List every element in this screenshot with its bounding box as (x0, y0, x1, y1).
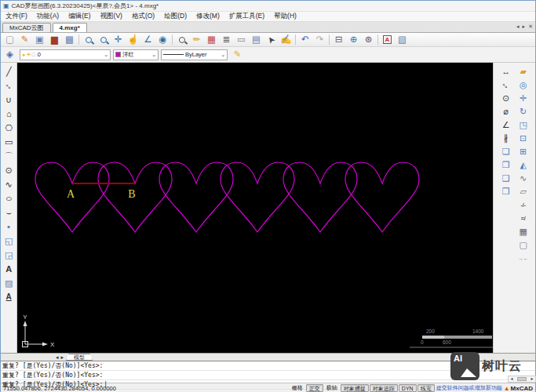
zoom-extents-icon[interactable]: ✛ (111, 34, 126, 46)
block-manager-icon[interactable]: ▭ (234, 34, 249, 46)
arc-icon[interactable]: ⌒ (2, 149, 16, 163)
text-style-icon[interactable]: ≣ (219, 34, 234, 46)
toggle-对象追踪[interactable]: 对象追踪 (370, 384, 398, 392)
image-export-icon[interactable]: ▧ (395, 34, 410, 46)
menu-item-0[interactable]: 文件(F) (1, 12, 32, 21)
cad-drawing[interactable]: ABYX20014000600 (17, 63, 493, 353)
zoom-dynamic-icon[interactable]: ∠ (140, 34, 155, 46)
menu-item-1[interactable]: 功能(A) (32, 12, 64, 21)
dim-diameter-icon[interactable]: ⌀ (498, 105, 514, 118)
quick-draw-icon[interactable]: ✎ (17, 34, 32, 46)
offset-icon[interactable]: ⊡ (516, 132, 531, 145)
menu-item-8[interactable]: 帮助(H) (269, 12, 301, 21)
menu-item-7[interactable]: 扩展工具(E) (224, 12, 269, 21)
arc-chord-icon[interactable]: ⌣ (2, 205, 16, 220)
dim-edit-icon[interactable]: ∦ (498, 132, 514, 145)
layout-scroll-left-icon[interactable]: ◂ (56, 354, 59, 361)
color-combo[interactable]: 洋红 ⌄ (113, 49, 159, 60)
scroll-right-icon[interactable]: ▸ (529, 376, 535, 382)
fillet-icon[interactable]: ∿ (516, 172, 531, 185)
layout-scroll-right-icon[interactable]: ▸ (61, 354, 64, 361)
dim-linear-icon[interactable]: ↔ (498, 65, 514, 78)
trim-icon[interactable]: -/- (516, 198, 531, 212)
toggle-DYN[interactable]: DYN (399, 384, 417, 392)
select-icon[interactable]: ➤ (264, 34, 279, 46)
array-icon[interactable]: ⊞ (516, 145, 531, 158)
menu-item-5[interactable]: 绘图(D) (159, 12, 191, 21)
toggle-线宽[interactable]: 线宽 (417, 384, 435, 392)
move-icon[interactable]: ✛ (516, 92, 531, 105)
undo-icon[interactable]: ↶ (297, 34, 312, 46)
erase-icon[interactable]: ▰ (516, 65, 531, 78)
draworder-icon[interactable]: ✎ (230, 49, 245, 61)
toggle-正交[interactable]: 正交 (306, 384, 323, 392)
copy-block-icon[interactable]: ❏ (498, 145, 514, 158)
pan-icon[interactable]: ☝ (126, 34, 140, 46)
zoom-in-icon[interactable] (81, 34, 96, 46)
find-icon[interactable] (174, 34, 189, 46)
attr-text-icon[interactable]: A (2, 290, 16, 304)
break-icon[interactable]: =/ (516, 212, 531, 225)
construction-line-icon[interactable]: ↔ (2, 78, 16, 93)
drawing-canvas[interactable]: ABYX20014000600 (17, 63, 493, 353)
pdf-export-icon[interactable]: A (380, 34, 395, 46)
spline-icon[interactable]: ∿ (2, 177, 16, 191)
new-file-icon[interactable]: ▢ (2, 34, 17, 46)
palette-icon[interactable]: ▦ (204, 34, 219, 46)
ellipse-icon[interactable]: ○ (2, 191, 16, 205)
chevron-down-icon[interactable]: ⌄ (221, 52, 225, 58)
linetype-combo[interactable]: ByLayer ⌄ (161, 49, 228, 60)
polygon2-icon[interactable]: ⎔ (2, 121, 16, 135)
circle-icon[interactable]: ⊙ (2, 163, 16, 177)
publish-web-icon[interactable]: ⊕ (346, 34, 361, 46)
zoom-window-icon[interactable] (96, 34, 111, 46)
scale-icon[interactable]: ◳ (516, 118, 531, 132)
properties-icon[interactable]: ▤ (249, 34, 264, 46)
polygon-icon[interactable]: ⌂ (2, 107, 16, 121)
revcloud-icon[interactable]: ▢ (516, 238, 531, 252)
chevron-down-icon[interactable]: ⌄ (151, 52, 156, 58)
create-block-icon[interactable]: ◲ (2, 248, 16, 262)
save-as-icon[interactable]: ▩ (62, 34, 77, 46)
text-icon[interactable]: A (2, 262, 16, 276)
toggle-极轴[interactable]: 极轴 (324, 384, 340, 392)
insert-block-icon[interactable]: ◱ (2, 234, 16, 248)
browse-web-icon[interactable]: ⊛ (361, 34, 376, 46)
redo-icon[interactable]: ↷ (312, 34, 327, 46)
model-tab[interactable]: 模型 (66, 354, 93, 361)
copy-block2-icon[interactable]: ❐ (498, 158, 514, 172)
tab-scroll-right-icon[interactable]: ▸ (523, 24, 526, 30)
doc-tab[interactable]: 4.mxg* (53, 23, 87, 32)
annotate-icon[interactable]: ✏ (189, 34, 204, 46)
paste-block2-icon[interactable]: ❒ (498, 185, 514, 198)
menu-item-6[interactable]: 修改(M) (191, 12, 224, 21)
layers-manager-icon[interactable]: ◈ (2, 49, 17, 61)
open-folder-icon[interactable]: ▆ (47, 34, 62, 46)
dim-radius-icon[interactable]: ⊙ (498, 92, 514, 105)
print-icon[interactable]: ⊟ (331, 34, 346, 46)
toggle-对象捕捉[interactable]: 对象捕捉 (341, 384, 369, 392)
paste-block-icon[interactable]: ❑ (498, 172, 514, 185)
stretch-icon[interactable]: ▱ (516, 185, 531, 198)
edit-attribute-icon[interactable]: ✍ (279, 34, 294, 46)
doc-tab[interactable]: MxCAD云图 (2, 23, 51, 32)
point-icon[interactable]: ▪ (2, 220, 16, 234)
tab-scroll-left-icon[interactable]: ◂ (516, 24, 520, 30)
menu-item-4[interactable]: 格式(O) (127, 12, 159, 21)
mirror-icon[interactable]: ◭ (516, 158, 531, 172)
dim-aligned-icon[interactable]: ↔ (498, 78, 514, 92)
chevron-down-icon[interactable]: ⌄ (104, 52, 108, 58)
copy-icon[interactable]: ◎ (516, 78, 531, 92)
join-icon[interactable]: →← (516, 252, 531, 265)
toggle-栅格[interactable]: 栅格 (290, 384, 305, 392)
menu-item-3[interactable]: 视图(V) (96, 12, 127, 21)
line-icon[interactable]: ╱ (2, 64, 16, 78)
feedback-link[interactable]: 提交软件问题或增加新功能 (436, 384, 502, 392)
polyline-icon[interactable]: ∪ (2, 93, 16, 107)
rotate-icon[interactable]: ↻ (516, 105, 531, 118)
image-ref-icon[interactable]: ▨ (2, 276, 16, 290)
tab-close-icon[interactable]: ✕ (528, 24, 533, 30)
rectangle-icon[interactable]: ▭ (2, 135, 16, 149)
save-icon[interactable]: ▣ (32, 34, 47, 46)
explode-icon[interactable]: ▦ (516, 225, 531, 238)
